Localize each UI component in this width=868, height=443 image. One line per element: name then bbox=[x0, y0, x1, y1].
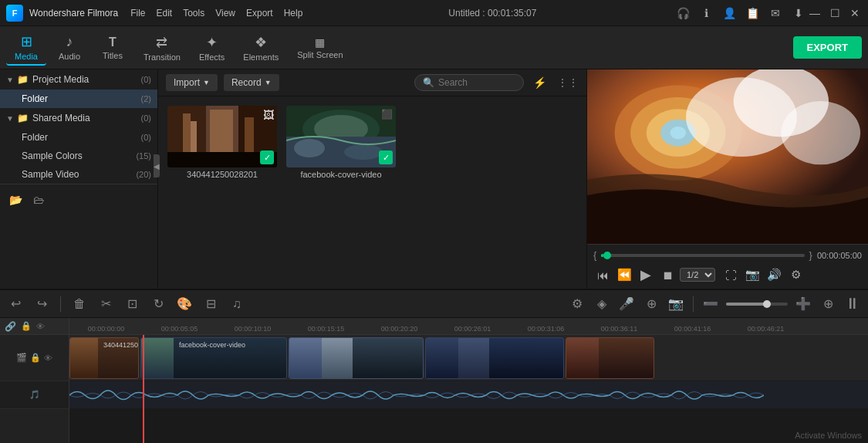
ruler-mark-0: 00:00:00:00 bbox=[69, 325, 143, 334]
title-bar: F Wondershare Filmora File Edit Tools Vi… bbox=[0, 0, 868, 26]
svg-rect-6 bbox=[245, 117, 254, 156]
tl-detach-button[interactable]: ⊕ bbox=[642, 295, 660, 313]
tl-collapse-button[interactable]: ⏸ bbox=[843, 295, 862, 313]
track-label-header: 🔗 🔒 👁 bbox=[0, 318, 69, 335]
download-icon[interactable]: ⬇ bbox=[789, 4, 808, 22]
zoom-out-button[interactable]: ➖ bbox=[701, 295, 720, 313]
redo-button[interactable]: ↪ bbox=[32, 295, 51, 313]
menu-help[interactable]: Help bbox=[284, 8, 303, 19]
speed-select[interactable]: 1/2 1/4 1 2 bbox=[680, 268, 715, 282]
tl-mic-button[interactable]: 🎤 bbox=[617, 295, 636, 313]
main-layout: ▼ 📁 Project Media (0) Folder (2) ▼ 📁 Sha… bbox=[0, 69, 868, 289]
transition-icon: ⇄ bbox=[156, 34, 167, 51]
cut-button[interactable]: ✂ bbox=[96, 295, 115, 313]
toolbar-elements[interactable]: ❖ Elements bbox=[235, 31, 286, 65]
ruler-mark-2: 00:00:10:10 bbox=[216, 325, 289, 334]
toolbar-media[interactable]: ⊞ Media bbox=[6, 30, 46, 66]
zoom-handle[interactable] bbox=[763, 300, 771, 308]
settings-preview-button[interactable]: ⚙ bbox=[786, 265, 805, 284]
crop-button[interactable]: ⊡ bbox=[123, 295, 141, 313]
record-dropdown-arrow: ▼ bbox=[265, 79, 272, 86]
sidebar-item-folder-project[interactable]: Folder (2) bbox=[0, 90, 157, 108]
sidebar-collapse-handle[interactable]: ◀ bbox=[154, 154, 158, 178]
svg-rect-8 bbox=[191, 121, 197, 152]
eye-all-icon[interactable]: 👁 bbox=[36, 322, 45, 331]
tl-mask-button[interactable]: ◈ bbox=[593, 295, 611, 313]
timeline-scroll[interactable]: 00:00:00:00 00:00:05:05 00:00:10:10 00:0… bbox=[69, 318, 868, 443]
search-icon: 🔍 bbox=[423, 77, 434, 88]
ruler-mark-4: 00:00:20:20 bbox=[363, 325, 436, 334]
ruler-marks: 00:00:00:00 00:00:05:05 00:00:10:10 00:0… bbox=[69, 318, 868, 334]
shared-media-section[interactable]: ▼ 📁 Shared Media (0) bbox=[0, 108, 157, 128]
zoom-in-button[interactable]: ➕ bbox=[794, 295, 812, 313]
lock-all-icon[interactable]: 🔒 bbox=[21, 321, 32, 331]
fullscreen-button[interactable]: ⛶ bbox=[721, 265, 740, 284]
menu-file[interactable]: File bbox=[130, 8, 145, 19]
clip-3[interactable] bbox=[289, 337, 424, 379]
minimize-button[interactable]: — bbox=[808, 6, 822, 20]
media-item-0[interactable]: 🖼 ✓ 340441250028201 bbox=[167, 106, 277, 179]
headphones-icon[interactable]: 🎧 bbox=[674, 4, 692, 22]
project-media-section[interactable]: ▼ 📁 Project Media (0) bbox=[0, 69, 157, 90]
clip-2[interactable]: facebook-cover-video bbox=[140, 337, 287, 379]
filter-button[interactable]: ⚡ bbox=[533, 76, 546, 89]
menu-export[interactable]: Export bbox=[246, 8, 273, 19]
mail-icon[interactable]: ✉ bbox=[766, 4, 785, 22]
grid-view-button[interactable]: ⋮⋮ bbox=[557, 76, 579, 89]
audio-detach-button[interactable]: ♫ bbox=[228, 295, 246, 313]
preview-panel: { } 00:00:05:00 ⏮ ⏪ ▶ ⏹ 1/2 1/4 1 2 bbox=[586, 69, 868, 289]
sidebar-item-sample-colors[interactable]: Sample Colors (15) bbox=[0, 147, 157, 165]
delete-button[interactable]: 🗑 bbox=[70, 295, 89, 313]
volume-button[interactable]: 🔊 bbox=[765, 265, 783, 284]
progress-handle[interactable] bbox=[603, 252, 611, 259]
menu-edit[interactable]: Edit bbox=[157, 8, 173, 19]
clip-1[interactable]: 340441250028201 bbox=[69, 337, 139, 379]
stop-button[interactable]: ⏹ bbox=[658, 265, 677, 284]
menu-view[interactable]: View bbox=[215, 8, 235, 19]
user-icon[interactable]: 👤 bbox=[720, 4, 738, 22]
rotate-button[interactable]: ↻ bbox=[149, 295, 167, 313]
skip-back-button[interactable]: ⏮ bbox=[593, 265, 612, 284]
app-name: Wondershare Filmora bbox=[29, 8, 118, 19]
preview-image bbox=[587, 69, 868, 244]
color-button[interactable]: 🎨 bbox=[175, 295, 194, 313]
clip-4[interactable] bbox=[425, 337, 564, 379]
import-button[interactable]: Import ▼ bbox=[166, 74, 218, 91]
sidebar-item-folder-shared[interactable]: Folder (0) bbox=[0, 128, 157, 147]
add-track-icon[interactable]: 🔗 bbox=[5, 321, 16, 332]
maximize-button[interactable]: ☐ bbox=[828, 6, 842, 20]
tl-add-button[interactable]: ⊕ bbox=[819, 295, 837, 313]
step-back-button[interactable]: ⏪ bbox=[615, 265, 633, 284]
snapshot-button[interactable]: 📷 bbox=[743, 265, 762, 284]
media-icon: ⊞ bbox=[21, 33, 32, 50]
folder-button[interactable]: 🗁 bbox=[29, 191, 48, 209]
tl-snapshot-button[interactable]: 📷 bbox=[667, 295, 685, 313]
undo-button[interactable]: ↩ bbox=[6, 295, 25, 313]
tl-settings-button[interactable]: ⚙ bbox=[568, 295, 586, 313]
toolbar-titles[interactable]: T Titles bbox=[93, 32, 133, 63]
track-lock-icon[interactable]: 🔒 bbox=[30, 353, 41, 363]
track-eye-icon[interactable]: 👁 bbox=[44, 353, 52, 363]
record-button[interactable]: Record ▼ bbox=[224, 74, 279, 91]
close-button[interactable]: ✕ bbox=[848, 6, 862, 20]
toolbar-splitscreen[interactable]: ▦ Split Screen bbox=[289, 33, 350, 63]
svg-rect-25 bbox=[69, 382, 764, 408]
new-folder-button[interactable]: 📂 bbox=[6, 191, 25, 209]
menu-tools[interactable]: Tools bbox=[183, 8, 204, 19]
progress-bar[interactable] bbox=[601, 254, 804, 257]
clip-5[interactable] bbox=[566, 337, 654, 379]
timeline-toolbar: ↩ ↪ 🗑 ✂ ⊡ ↻ 🎨 ⊟ ♫ ⚙ ◈ 🎤 ⊕ 📷 ➖ ➕ ⊕ bbox=[0, 290, 868, 318]
media-item-1[interactable]: ⬛ ✓ facebook-cover-video bbox=[286, 106, 396, 179]
clipboard-icon[interactable]: 📋 bbox=[743, 4, 762, 22]
playhead[interactable]: 05:05 bbox=[143, 335, 144, 443]
toolbar-effects[interactable]: ✦ Effects bbox=[191, 31, 232, 65]
play-button[interactable]: ▶ bbox=[637, 265, 655, 284]
search-input[interactable] bbox=[438, 77, 515, 88]
sidebar-item-sample-video[interactable]: Sample Video (20) bbox=[0, 165, 157, 184]
toolbar-transition[interactable]: ⇄ Transition bbox=[136, 31, 188, 65]
split-button[interactable]: ⊟ bbox=[201, 295, 220, 313]
export-button[interactable]: EXPORT bbox=[793, 36, 862, 59]
zoom-bar[interactable] bbox=[726, 303, 788, 306]
info-icon[interactable]: ℹ bbox=[697, 4, 715, 22]
toolbar-audio[interactable]: ♪ Audio bbox=[49, 31, 90, 64]
